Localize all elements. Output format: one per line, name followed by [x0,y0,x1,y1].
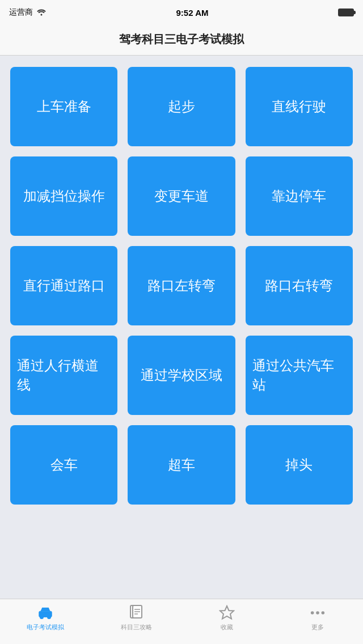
more-icon [310,605,326,621]
grid-row-2: 加减挡位操作 变更车道 靠边停车 [10,156,353,236]
tab-more-label: 更多 [311,623,324,632]
status-right [338,9,354,16]
status-time: 9:52 AM [176,8,209,18]
svg-point-1 [40,616,44,619]
car-icon [37,605,53,621]
grid-cell-tongguo-xuexiao[interactable]: 通过学校区域 [128,336,235,415]
status-left: 运营商 [9,7,47,18]
grid-cell-qibu[interactable]: 起步 [128,67,235,146]
tab-bar: 电子考试模拟 科目三攻略 收藏 [0,599,363,644]
grid-cell-shangjun-zhunbei[interactable]: 上车准备 [10,67,117,146]
grid-cell-zhixian-xingshi[interactable]: 直线行驶 [246,67,353,146]
svg-point-12 [316,611,319,615]
grid-cell-kaobian-tingche[interactable]: 靠边停车 [246,156,353,236]
svg-rect-3 [43,612,45,615]
grid-cell-huiche[interactable]: 会车 [10,425,117,505]
tab-tips[interactable]: 科目三攻略 [91,604,182,632]
book-icon [128,605,144,621]
grid-cell-tongguo-gonggong[interactable]: 通过公共汽车站 [246,336,353,415]
grid-row-4: 通过人行横道线 通过学校区域 通过公共汽车站 [10,336,353,415]
grid-row-5: 会车 超车 掉头 [10,425,353,505]
grid-cell-chaoche[interactable]: 超车 [128,425,235,505]
battery-icon [338,9,354,16]
carrier-label: 运营商 [9,7,33,18]
tab-tips-label: 科目三攻略 [121,623,152,632]
grid-cell-tongguo-renxing[interactable]: 通过人行横道线 [10,336,117,415]
status-bar: 运营商 9:52 AM [0,0,363,25]
tab-more[interactable]: 更多 [272,604,363,632]
grid-cell-jiajian-dangwei[interactable]: 加减挡位操作 [10,156,117,236]
wifi-icon [36,8,47,18]
grid-cell-zhixing-luguo[interactable]: 直行通过路口 [10,246,117,325]
grid-row-1: 上车准备 起步 直线行驶 [10,67,353,146]
svg-point-2 [48,616,51,619]
svg-point-13 [322,611,325,615]
grid-cell-diaotou[interactable]: 掉头 [246,425,353,505]
tab-exam-sim-label: 电子考试模拟 [27,623,64,632]
svg-point-11 [311,611,314,615]
svg-rect-4 [46,612,48,615]
header: 驾考科目三电子考试模拟 [0,25,363,56]
page-title: 驾考科目三电子考试模拟 [9,32,354,47]
grid-cell-biangeng-chedao[interactable]: 变更车道 [128,156,235,236]
tab-favorites[interactable]: 收藏 [182,604,272,632]
grid-cell-lukou-zuozhuan[interactable]: 路口左转弯 [128,246,235,325]
tab-favorites-label: 收藏 [221,623,233,632]
grid-row-3: 直行通过路口 路口左转弯 路口右转弯 [10,246,353,325]
tab-exam-sim[interactable]: 电子考试模拟 [0,604,91,632]
star-icon [219,605,235,621]
svg-marker-10 [220,606,234,619]
content-grid: 上车准备 起步 直线行驶 加减挡位操作 变更车道 靠边停车 直行通过路口 路口左… [0,56,363,599]
grid-cell-lukou-youzhuan[interactable]: 路口右转弯 [246,246,353,325]
